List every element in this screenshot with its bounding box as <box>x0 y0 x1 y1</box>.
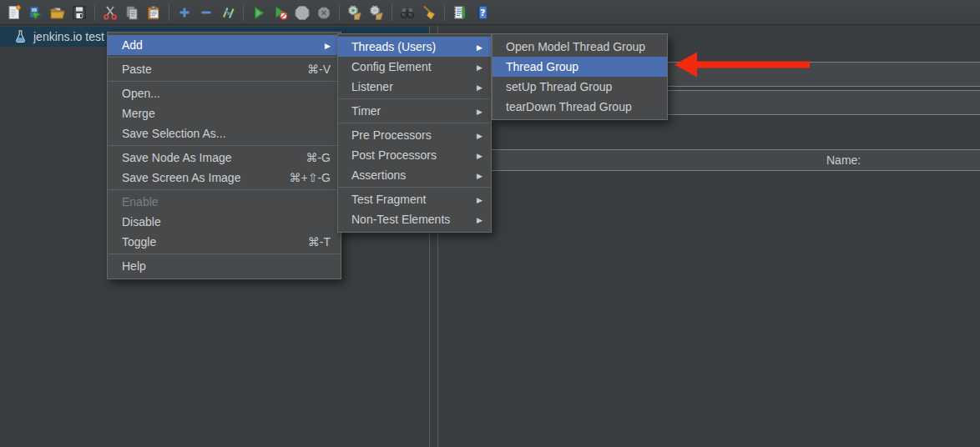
submenu-arrow-icon: ▶ <box>477 216 482 224</box>
shortcut-label: ⌘-T <box>308 235 331 249</box>
save-icon[interactable] <box>68 1 90 24</box>
menu-item-add[interactable]: Add ▶ <box>108 35 341 55</box>
new-file-icon[interactable] <box>3 1 25 24</box>
toolbar-separator <box>243 4 244 21</box>
menu-item-listener[interactable]: Listener ▶ <box>338 77 491 97</box>
shortcut-label: ⌘-V <box>307 63 331 76</box>
menu-item-assertions[interactable]: Assertions ▶ <box>338 165 491 185</box>
clear-search-icon[interactable] <box>418 1 440 24</box>
menu-item-save-selection-as[interactable]: Save Selection As... <box>108 123 341 143</box>
menu-item-disable[interactable]: Disable <box>108 212 341 232</box>
toolbar-separator <box>339 4 340 21</box>
toolbar-separator <box>94 4 95 21</box>
test-plan-flask-icon <box>13 29 28 44</box>
toolbar-separator <box>444 4 445 21</box>
menu-item-pre-processors[interactable]: Pre Processors ▶ <box>338 125 491 145</box>
red-arrow-annotation <box>673 50 811 80</box>
collapse-all-icon[interactable] <box>195 1 217 24</box>
toolbar: ? <box>0 0 980 25</box>
copy-icon[interactable] <box>121 1 143 24</box>
submenu-arrow-icon: ▶ <box>477 108 482 116</box>
submenu-arrow-icon: ▶ <box>477 83 482 92</box>
menu-item-save-node-as-image[interactable]: Save Node As Image ⌘-G <box>108 148 341 168</box>
templates-icon[interactable] <box>25 1 47 24</box>
help-icon[interactable]: ? <box>471 1 493 24</box>
submenu-arrow-icon: ▶ <box>325 42 331 50</box>
menu-item-thread-group[interactable]: Thread Group <box>493 57 667 77</box>
menu-item-teardown-thread-group[interactable]: tearDown Thread Group <box>493 97 667 117</box>
menu-item-config-element[interactable]: Config Element ▶ <box>338 57 491 77</box>
form-row-name: Name: <box>446 149 980 171</box>
function-helper-icon[interactable] <box>449 1 471 24</box>
search-icon[interactable] <box>397 1 418 24</box>
add-submenu: Threads (Users) ▶ Config Element ▶ Liste… <box>337 33 492 233</box>
toggle-icon[interactable] <box>217 1 239 24</box>
shortcut-label: ⌘+⇧-G <box>290 171 331 184</box>
start-no-pauses-icon[interactable] <box>270 1 291 24</box>
menu-separator <box>109 254 340 254</box>
menu-separator <box>339 187 490 188</box>
menu-separator <box>339 98 490 99</box>
submenu-arrow-icon: ▶ <box>477 43 482 52</box>
menu-item-merge[interactable]: Merge <box>108 103 341 123</box>
menu-item-open[interactable]: Open... <box>108 83 341 103</box>
menu-item-timer[interactable]: Timer ▶ <box>338 101 491 121</box>
menu-separator <box>109 189 340 190</box>
menu-item-post-processors[interactable]: Post Processors ▶ <box>338 145 491 165</box>
expand-all-icon[interactable] <box>174 1 195 24</box>
shortcut-label: ⌘-G <box>306 151 331 164</box>
toolbar-separator <box>169 4 169 21</box>
remote-start-all-icon[interactable] <box>344 1 366 24</box>
open-file-icon[interactable] <box>47 1 68 24</box>
submenu-arrow-icon: ▶ <box>477 172 482 180</box>
menu-separator <box>109 145 340 146</box>
paste-icon[interactable] <box>143 1 164 24</box>
menu-item-threads-users[interactable]: Threads (Users) ▶ <box>338 37 491 57</box>
submenu-arrow-icon: ▶ <box>477 63 482 72</box>
context-menu: Add ▶ Paste ⌘-V Open... Merge Save Selec… <box>107 32 341 279</box>
stop-icon[interactable] <box>291 1 313 24</box>
start-icon[interactable] <box>248 1 270 24</box>
menu-separator <box>109 57 340 58</box>
submenu-arrow-icon: ▶ <box>477 152 482 160</box>
menu-item-non-test-elements[interactable]: Non-Test Elements ▶ <box>338 209 491 229</box>
menu-item-test-fragment[interactable]: Test Fragment ▶ <box>338 189 491 209</box>
menu-item-toggle[interactable]: Toggle ⌘-T <box>108 232 341 252</box>
menu-separator <box>339 123 490 123</box>
menu-item-help[interactable]: Help <box>108 256 341 276</box>
tree-item-label: jenkins.io test <box>33 30 104 43</box>
menu-item-paste[interactable]: Paste ⌘-V <box>108 59 341 79</box>
toolbar-separator <box>391 4 392 21</box>
name-field-label: Name: <box>826 150 861 170</box>
menu-item-open-model-thread-group[interactable]: Open Model Thread Group <box>493 37 667 57</box>
shutdown-icon[interactable] <box>313 1 335 24</box>
menu-item-save-screen-as-image[interactable]: Save Screen As Image ⌘+⇧-G <box>108 168 341 188</box>
submenu-arrow-icon: ▶ <box>477 196 482 204</box>
cut-icon[interactable] <box>99 1 121 24</box>
menu-item-enable: Enable <box>108 192 341 212</box>
submenu-arrow-icon: ▶ <box>477 132 482 140</box>
menu-item-setup-thread-group[interactable]: setUp Thread Group <box>493 77 667 97</box>
jmeter-window: ? jenkins.io test Name: Add ▶ Paste ⌘-V … <box>0 0 980 447</box>
remote-shutdown-all-icon[interactable] <box>366 1 387 24</box>
threads-submenu: Open Model Thread Group Thread Group set… <box>492 33 668 120</box>
svg-text:?: ? <box>480 8 485 18</box>
menu-separator <box>109 81 340 82</box>
